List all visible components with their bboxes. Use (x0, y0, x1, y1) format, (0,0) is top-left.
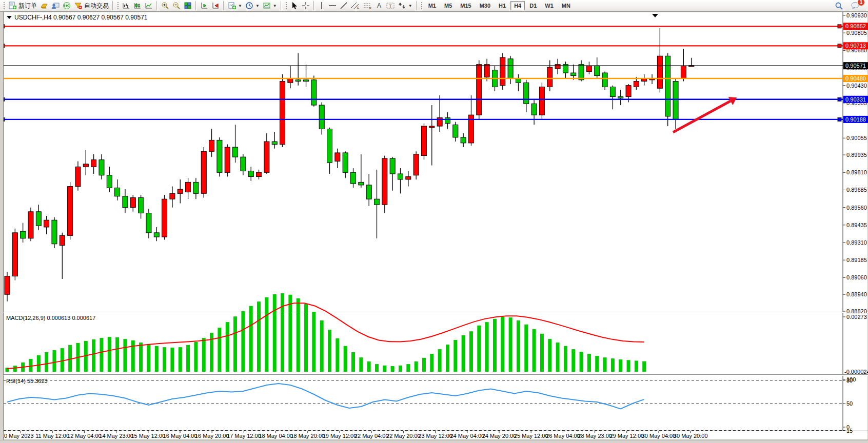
toolbar-grip[interactable] (421, 2, 423, 10)
candle-body (673, 82, 678, 119)
timeframe-h4[interactable]: H4 (510, 1, 525, 10)
macd-histogram-bar (627, 360, 630, 372)
macd-histogram-bar (202, 338, 206, 372)
chart-shift-button[interactable] (210, 1, 221, 11)
trendline-tool-button[interactable] (338, 1, 349, 11)
macd-histogram-bar (186, 345, 190, 372)
macd-histogram-bar (265, 297, 268, 372)
line-handle-right[interactable] (838, 117, 841, 121)
timeframe-mn[interactable]: MN (558, 1, 574, 10)
auto-trading-button[interactable]: 自动交易 (72, 1, 110, 11)
text-tool-button[interactable]: A (374, 1, 384, 11)
zoom-in-button[interactable] (160, 1, 171, 11)
horizontal-line-tool-button[interactable] (327, 1, 338, 11)
macd-histogram-bar (194, 342, 198, 372)
timeframe-m15[interactable]: M15 (457, 1, 475, 10)
timeframe-m30[interactable]: M30 (476, 1, 494, 10)
line-handle-right[interactable] (838, 44, 841, 48)
trade-monitor-button[interactable] (50, 1, 61, 11)
cursor-icon (290, 2, 299, 10)
arrows-tool-icon (398, 2, 406, 10)
price-label-text: 0.90852 (845, 23, 866, 29)
candle-body (12, 233, 17, 276)
timeframe-m1[interactable]: M1 (425, 1, 440, 10)
timeframe-h1[interactable]: H1 (495, 1, 509, 10)
macd-label: MACD(12,26,9) 0.000613 0.000617 (6, 315, 95, 321)
gold-button[interactable] (38, 1, 50, 11)
new-order-button[interactable]: 新订单 (7, 1, 38, 11)
price-label-text: 0.90713 (845, 43, 866, 49)
candle-body (99, 160, 104, 175)
auto-trading-icon (74, 2, 83, 10)
toolbar-grip[interactable] (3, 2, 5, 10)
chart-title: USDCHF-,H4 0.90567 0.90627 0.90567 0.905… (14, 14, 148, 21)
macd-histogram-bar (351, 352, 355, 372)
bar-chart-button[interactable] (121, 1, 132, 11)
template-button[interactable]: ▼ (261, 1, 279, 11)
toolbar-grip[interactable] (285, 2, 287, 10)
bar-chart-icon (122, 2, 130, 10)
price-label-text: 0.90571 (845, 63, 866, 69)
timeframe-m5[interactable]: M5 (441, 1, 456, 10)
x-axis-label: 16 May 20:00 (195, 433, 229, 439)
label-tool-button[interactable]: T (384, 1, 397, 11)
candle-body (225, 147, 230, 172)
macd-histogram-bar (320, 320, 324, 372)
macd-histogram-bar (68, 345, 72, 372)
x-axis-label: 24 May 04:00 (450, 433, 484, 439)
macd-histogram-bar (155, 346, 159, 372)
candle-body (626, 86, 631, 97)
chat-button[interactable]: 1 (849, 1, 861, 11)
price-label-text: 0.90331 (845, 96, 866, 103)
macd-histogram-bar (642, 361, 646, 372)
toolbar-separator (156, 1, 157, 10)
line-chart-button[interactable] (143, 1, 154, 11)
chevron-down-icon: ▼ (255, 4, 260, 8)
x-axis-label: 19 May 12:00 (323, 433, 357, 439)
search-button[interactable] (833, 1, 845, 11)
horizontal-line-icon (328, 2, 337, 10)
candle-body (516, 78, 521, 83)
tile-windows-button[interactable] (182, 1, 193, 11)
line-handle-right[interactable] (838, 97, 841, 101)
price-label-text: 0.90480 (845, 75, 866, 82)
candle-body (531, 104, 537, 115)
arrows-tool-button[interactable]: ▼ (397, 1, 414, 11)
vertical-line-tool-button[interactable] (317, 1, 327, 11)
new-chart-button[interactable]: ▼ (226, 1, 244, 11)
zoom-out-button[interactable] (171, 1, 182, 11)
macd-histogram-bar (603, 357, 607, 372)
signal-icon (63, 2, 71, 10)
fibonacci-tool-button[interactable]: F (362, 1, 374, 11)
signal-button[interactable] (61, 1, 72, 11)
candle-body (398, 174, 403, 179)
svg-text:F: F (369, 7, 371, 10)
crosshair-tool-button[interactable] (300, 1, 311, 11)
line-handle-right[interactable] (838, 25, 841, 28)
candle-body (5, 276, 10, 295)
candle-body (146, 213, 151, 233)
candle-body (508, 59, 513, 78)
svg-text:E: E (357, 6, 359, 9)
toolbar-separator (112, 1, 113, 10)
macd-histogram-bar (438, 349, 442, 372)
candle-body (154, 233, 159, 237)
y-axis-label: 0.89185 (846, 257, 867, 263)
macd-histogram-bar (304, 304, 308, 372)
toolbar-separator (416, 1, 417, 10)
candle-body (115, 188, 120, 196)
macd-histogram-bar (359, 357, 363, 372)
cursor-tool-button[interactable] (289, 1, 300, 11)
x-axis-label: 22 May 04:00 (354, 433, 389, 439)
candlestick-chart-button[interactable] (132, 1, 143, 11)
channel-tool-button[interactable]: E (349, 1, 362, 11)
macd-histogram-bar (391, 366, 394, 372)
candle-body (311, 80, 317, 105)
timeframe-d1[interactable]: D1 (526, 1, 540, 10)
macd-histogram-bar (45, 352, 48, 372)
period-button[interactable]: ▼ (244, 1, 261, 11)
x-axis-label: 30 May 20:00 (674, 433, 708, 439)
auto-scroll-button[interactable] (199, 1, 210, 11)
timeframe-w1[interactable]: W1 (541, 1, 557, 10)
toolbar-grip[interactable] (117, 2, 119, 10)
